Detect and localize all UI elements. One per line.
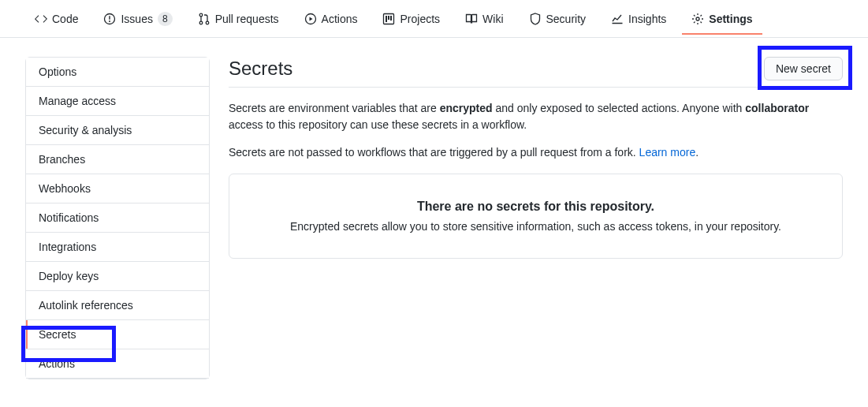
project-icon — [382, 13, 395, 25]
gear-icon — [691, 13, 704, 25]
svg-point-3 — [199, 13, 203, 17]
tab-security[interactable]: Security — [520, 3, 596, 35]
tab-insights[interactable]: Insights — [602, 3, 676, 35]
sidebar-label: Options — [39, 65, 76, 78]
tab-label: Insights — [628, 13, 666, 25]
graph-icon — [611, 13, 624, 25]
sidebar-label: Deploy keys — [39, 270, 99, 282]
pull-request-icon — [198, 13, 210, 25]
empty-state-subtitle: Encrypted secrets allow you to store sen… — [255, 220, 817, 233]
sidebar-item-branches[interactable]: Branches — [26, 145, 209, 174]
tab-issues[interactable]: Issues 8 — [94, 2, 181, 35]
code-icon — [35, 13, 47, 25]
svg-point-4 — [199, 21, 203, 24]
shield-icon — [529, 13, 542, 25]
issue-icon — [103, 13, 116, 25]
svg-rect-10 — [390, 16, 392, 21]
tab-label: Projects — [400, 13, 440, 25]
settings-content: Options Manage access Security & analysi… — [0, 38, 868, 398]
svg-point-1 — [109, 21, 110, 22]
svg-rect-2 — [110, 16, 110, 20]
tab-projects[interactable]: Projects — [373, 3, 449, 35]
svg-rect-8 — [386, 16, 387, 22]
issues-count: 8 — [158, 12, 173, 26]
tab-actions[interactable]: Actions — [295, 3, 367, 35]
tab-code[interactable]: Code — [25, 3, 88, 35]
sidebar-item-autolink-references[interactable]: Autolink references — [26, 291, 209, 320]
repo-nav: Code Issues 8 Pull requests Actions Proj… — [0, 0, 868, 38]
tab-settings[interactable]: Settings — [682, 3, 762, 35]
sidebar-item-security-analysis[interactable]: Security & analysis — [26, 116, 209, 145]
main-panel: Secrets New secret Secrets are environme… — [229, 57, 843, 259]
sidebar-item-webhooks[interactable]: Webhooks — [26, 174, 209, 204]
svg-rect-9 — [388, 16, 389, 20]
sidebar-label: Branches — [39, 153, 85, 166]
empty-state-box: There are no secrets for this repository… — [229, 174, 843, 259]
text: Secrets are environment variables that a… — [229, 102, 440, 114]
play-icon — [304, 13, 317, 25]
book-icon — [465, 13, 478, 25]
sidebar-label: Manage access — [39, 95, 116, 107]
svg-point-11 — [696, 17, 699, 21]
text: and only exposed to selected actions. An… — [493, 102, 746, 114]
text-bold: collaborator — [745, 102, 809, 114]
tab-wiki[interactable]: Wiki — [456, 3, 512, 35]
sidebar-item-notifications[interactable]: Notifications — [26, 204, 209, 233]
tab-label: Pull requests — [215, 13, 279, 25]
tab-label: Issues — [121, 13, 152, 25]
text: Secrets are not passed to workflows that… — [229, 146, 639, 159]
sidebar-item-integrations[interactable]: Integrations — [26, 233, 209, 262]
tab-label: Actions — [322, 13, 358, 25]
sidebar-item-manage-access[interactable]: Manage access — [26, 87, 209, 116]
sidebar-item-options[interactable]: Options — [26, 58, 209, 87]
text: . — [695, 146, 698, 159]
description-1: Secrets are environment variables that a… — [229, 100, 843, 133]
sidebar-item-secrets[interactable]: Secrets — [26, 320, 209, 349]
tab-label: Code — [52, 13, 78, 25]
learn-more-link[interactable]: Learn more — [639, 146, 696, 159]
sidebar-label: Notifications — [39, 211, 99, 224]
settings-sidebar: Options Manage access Security & analysi… — [25, 57, 210, 379]
description-2: Secrets are not passed to workflows that… — [229, 144, 843, 161]
tab-label: Security — [546, 13, 587, 25]
tab-label: Settings — [709, 13, 752, 25]
new-secret-button[interactable]: New secret — [764, 57, 843, 80]
text-bold: encrypted — [440, 102, 493, 114]
sidebar-label: Secrets — [39, 328, 76, 341]
sidebar-label: Autolink references — [39, 299, 133, 312]
svg-point-5 — [206, 21, 209, 24]
sidebar-item-deploy-keys[interactable]: Deploy keys — [26, 262, 209, 291]
sidebar-label: Actions — [39, 357, 75, 370]
empty-state-title: There are no secrets for this repository… — [255, 200, 817, 214]
sidebar-label: Integrations — [39, 241, 96, 253]
tab-pull-requests[interactable]: Pull requests — [188, 3, 289, 35]
text: access to this repository can use these … — [229, 118, 527, 131]
page-title: Secrets — [229, 58, 292, 80]
sidebar-label: Security & analysis — [39, 124, 132, 136]
tab-label: Wiki — [482, 13, 503, 25]
page-header: Secrets New secret — [229, 57, 843, 88]
sidebar-label: Webhooks — [39, 182, 91, 195]
sidebar-item-actions[interactable]: Actions — [26, 349, 209, 379]
